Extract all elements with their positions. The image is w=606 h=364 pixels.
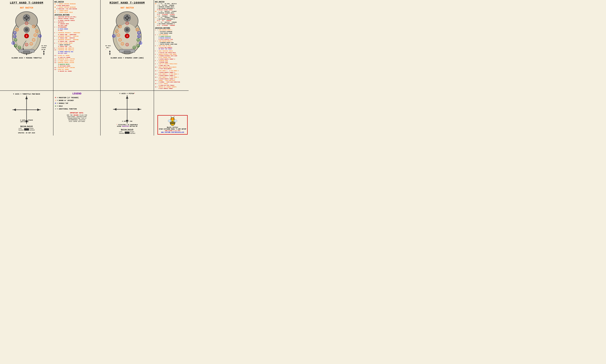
hat-switch-label-left: HAT SWITCH xyxy=(20,7,33,9)
svg-rect-68 xyxy=(124,51,130,53)
svg-text:12: 12 xyxy=(14,36,16,38)
rbtn-7: 7 = CYCLE CAMERA VIEW xyxy=(155,57,188,58)
main-container: LEFT HAND T-16000M HAT SWITCH xyxy=(0,0,189,135)
brand-url: WWW.YOUTUBE.COM/BUZZZK1LLER xyxy=(159,131,186,133)
svg-text:7: 7 xyxy=(120,39,120,41)
svg-point-122 xyxy=(174,117,175,117)
legend-items: M = MODIFIER [LT TRIGGER] J = BOUND W/ J… xyxy=(55,96,99,111)
btn-8: 8 = FLIGHT SYTEMS READY xyxy=(54,42,99,44)
rhat-dn: DN = + CL · HOSTILE · CLOSEST xyxy=(155,11,188,12)
svg-text:UP/DN: UP/DN xyxy=(41,49,45,50)
cross-arrows-r xyxy=(113,95,141,123)
btn-7: 7 = INCREASE PRIORITY - WEAPONS xyxy=(54,39,99,40)
left-bottom-switch: Bottom Switch LeftHanded RightHanded xyxy=(19,126,35,131)
svg-marker-105 xyxy=(25,96,28,99)
svg-text:9: 9 xyxy=(31,43,32,45)
svg-text:*: * xyxy=(106,49,106,50)
rhat-up: UP = + CL · IN VIEW · RETICLE xyxy=(155,3,188,4)
svg-text:8: 8 xyxy=(26,44,27,46)
svg-point-118 xyxy=(173,118,174,119)
hat-switch-label-right: HAT SWITCH xyxy=(121,7,134,9)
svg-point-120 xyxy=(171,117,171,117)
rbtn-10: 10 = HEAD TRACKING RECALIBRATE xyxy=(155,66,188,68)
svg-point-123 xyxy=(168,120,172,122)
svg-marker-104 xyxy=(109,50,111,52)
svg-marker-16 xyxy=(26,54,27,55)
rbtn-13: 13 = LOCK INDEX 1 · H PIN INDEX 1 xyxy=(155,77,188,78)
left-hat-bindings: UP = SPEED LIMITER INCREASE M SHIP HEADL… xyxy=(54,3,99,13)
rbtn-6: 6 = ENABLE/DISABLE LOOK AHEAD xyxy=(155,54,188,55)
svg-text:3: 3 xyxy=(137,29,138,31)
svg-text:15: 15 xyxy=(137,45,139,47)
left-hat-title: HAT SWITCH xyxy=(54,1,99,3)
svg-text:11: 11 xyxy=(14,32,16,34)
right-axis-panel: Y AXIS = PITCH* X AXIS = YAW * PITCH/ROL… xyxy=(101,91,154,135)
rbtn-15: 15 = E.S.P. TOGGLE xyxy=(155,83,188,85)
svg-marker-52 xyxy=(43,53,45,55)
svg-text:7: 7 xyxy=(33,39,34,41)
important-note: IMPORTANT NOTE: SEE THE README FILES FOR… xyxy=(55,112,99,122)
brand-setup-title: STAR CITIZEN DUAL T-16M SETUP xyxy=(159,128,186,130)
rbtn-11: 11 = LOCK INDEX 3 · H PIN INDEX 3 xyxy=(155,70,188,72)
rbtn-1: 1 = FIRE WEAPON GROUP 1 xyxy=(155,29,188,31)
btn-16: 16 = OPEN ALL DOORS xyxy=(54,69,99,70)
svg-marker-109 xyxy=(126,96,128,99)
svg-text:15: 15 xyxy=(15,45,16,47)
rbtn-3: 3 = FIRE WEAPON GROUP 2 xyxy=(155,40,188,42)
btn-10: 10 = INCREASE PWR THROTTLE xyxy=(54,49,99,51)
bee-logo xyxy=(167,117,178,126)
legend-panel: LEGEND M = MODIFIER [LT TRIGGER] J = BOU… xyxy=(54,91,101,135)
btn-4: 4 = AFTERBURNER xyxy=(54,26,99,28)
rbtn-16: 16 = REMOVE ALL PINNED TARGETS xyxy=(155,86,188,88)
svg-text:1: 1 xyxy=(127,23,128,25)
bottom-section: Y AXIS = THROTTLE FWD/BACK X AXIS = STRA… xyxy=(0,91,189,135)
btn-2: 2 = CRUISE CONTROL TOGGLE xyxy=(54,18,99,19)
svg-text:1: 1 xyxy=(26,23,27,25)
svg-text:8: 8 xyxy=(127,44,127,46)
svg-text:4: 4 xyxy=(33,26,34,28)
btn-11: 11 = CLOSE ALL DOORS xyxy=(54,55,99,56)
btn-5: 5 = INCREASE PRIORITY - THRUSTERS xyxy=(54,32,99,34)
hat-row-up: UP = SPEED LIMITER INCREASE xyxy=(54,3,99,5)
svg-text:9: 9 xyxy=(122,43,123,45)
rbtn-4: 4 = VOIP PUSH TO TALK xyxy=(155,45,188,47)
svg-text:10: 10 xyxy=(39,36,41,37)
svg-text:14: 14 xyxy=(134,47,135,49)
svg-text:5: 5 xyxy=(36,31,37,32)
btn-15: 15 = DECREASE ACCEL LIMITER xyxy=(54,67,99,68)
svg-point-117 xyxy=(171,118,172,119)
rhat-rt: RT = + CL · HOSTILE · FORWARD xyxy=(155,22,188,23)
svg-text:14: 14 xyxy=(19,47,20,49)
btn-9: 9 = DECREASE PWR THROTTLE xyxy=(54,47,99,49)
center-panel: HAT SWITCH UP = SPEED LIMITER INCREASE M… xyxy=(54,0,101,91)
left-switch-block xyxy=(24,128,29,130)
left-x-axis-label: X AXIS = STRAFELEFT/RIGHT xyxy=(20,119,33,123)
left-joystick-panel: LEFT HAND T-16000M HAT SWITCH xyxy=(0,0,54,91)
right-slider-label: SLIDER AXIS = DYNAMIC ZOOM [ABS] xyxy=(104,57,151,59)
left-button-bindings: 1 = MODIFIER BUTTON [R-CTRL] 2 = CRUISE … xyxy=(54,16,99,72)
svg-text:ROLL: ROLL xyxy=(106,47,109,48)
updated-text: UPDATED: 30 SEP 2020 xyxy=(18,132,35,134)
right-x-axis-label: X AXIS = YAW xyxy=(122,121,132,122)
rbtn-9: 9 = LOOK AT TARGET TOGGLE/HOLD xyxy=(155,63,188,65)
branding-panel: BuzZz Killer STAR CITIZEN DUAL T-16M SET… xyxy=(154,91,189,135)
legend-title: LEGEND xyxy=(55,92,99,95)
btn-12: 12 = INCREASE ACCEL LIMITER xyxy=(54,58,99,60)
svg-text:13: 13 xyxy=(137,39,139,41)
svg-point-10 xyxy=(25,28,28,31)
svg-rect-115 xyxy=(170,123,175,124)
svg-marker-53 xyxy=(43,50,45,52)
svg-text:5: 5 xyxy=(116,31,117,32)
left-title: LEFT HAND T-16000M xyxy=(10,1,43,4)
right-button-bindings: 1 = FIRE WEAPON GROUP 1 + ACTIVATE SCANN… xyxy=(155,29,188,90)
svg-text:RZ AXIS: RZ AXIS xyxy=(106,45,111,47)
hat-row-lt: LT = LAUNCH DECOY xyxy=(54,10,99,11)
right-title: RIGHT HAND T-16000M xyxy=(109,1,145,4)
right-hat-title: HAT SWITCH xyxy=(155,1,188,3)
rbtn-8: 8 = SCANNING MODE xyxy=(155,60,188,62)
left-axis-panel: Y AXIS = THROTTLE FWD/BACK X AXIS = STRA… xyxy=(0,91,54,135)
svg-rect-14 xyxy=(23,51,30,53)
svg-marker-111 xyxy=(114,108,116,111)
top-section: LEFT HAND T-16000M HAT SWITCH xyxy=(0,0,189,91)
right-hat-bindings: UP = + CL · IN VIEW · RETICLE + CL · IN … xyxy=(155,3,188,26)
